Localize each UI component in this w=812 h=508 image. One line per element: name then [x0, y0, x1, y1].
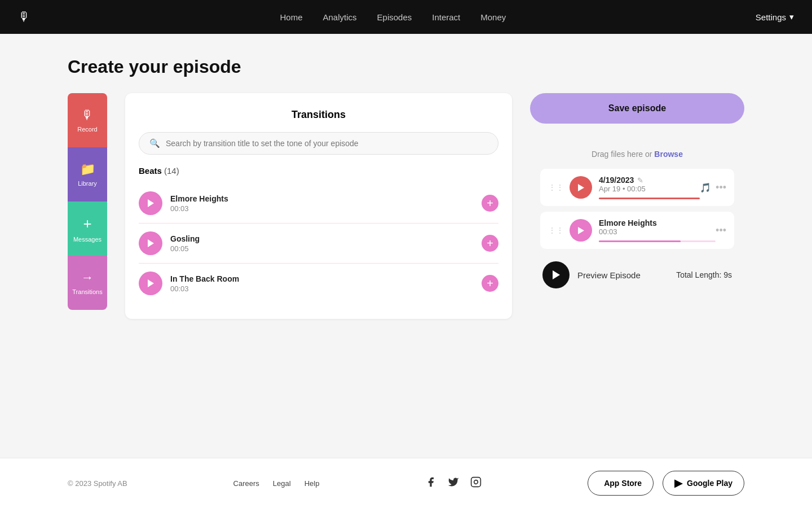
nav-links: Home Analytics Episodes Interact Money: [280, 12, 506, 22]
svg-marker-1: [148, 239, 154, 247]
transitions-title: Transitions: [139, 109, 498, 121]
facebook-icon[interactable]: [425, 476, 436, 491]
drag-handle-icon[interactable]: ⋮⋮: [548, 226, 564, 235]
total-length: Total Length: 9s: [676, 270, 732, 279]
track-info: In The Back Room 00:03: [170, 274, 474, 293]
track-item: Elmore Heights 00:03 +: [139, 183, 498, 224]
footer-social: [425, 476, 482, 491]
track-name: Gosling: [170, 234, 474, 243]
edit-icon[interactable]: ✎: [637, 176, 643, 185]
track-name: In The Back Room: [170, 274, 474, 283]
track-duration: 00:03: [170, 204, 474, 213]
beat-meta: 00:03: [599, 227, 716, 236]
sidebar-item-transitions[interactable]: → Transitions: [68, 256, 107, 310]
beat-title: Elmore Heights: [599, 218, 716, 227]
twitter-icon[interactable]: [448, 476, 459, 491]
microphone-icon: 🎙: [81, 108, 94, 122]
beat-item-info: Elmore Heights 00:03: [599, 218, 716, 242]
instagram-icon[interactable]: [470, 476, 482, 491]
recording-actions: 🎵 •••: [700, 182, 726, 194]
play-recording-button[interactable]: [570, 176, 592, 199]
transitions-panel: Transitions 🔍 Beats (14) Elmore Heights …: [125, 93, 512, 319]
track-info: Elmore Heights 00:03: [170, 194, 474, 213]
main-content: Create your episode 🎙 Record 📁 Library +…: [0, 34, 812, 458]
sidebar-label-library: Library: [78, 180, 97, 187]
add-track-button-backroom[interactable]: +: [482, 275, 498, 292]
right-panel: Save episode Drag files here or Browse ⋮…: [530, 93, 744, 319]
add-track-button-gosling[interactable]: +: [482, 235, 498, 252]
footer-link-legal[interactable]: Legal: [273, 479, 291, 488]
library-icon: 📁: [80, 162, 95, 177]
episode-content: Drag files here or Browse ⋮⋮ 4/19/2023 ✎…: [530, 133, 744, 319]
sidebar-item-library[interactable]: 📁 Library: [68, 147, 107, 202]
search-bar: 🔍: [139, 132, 498, 155]
play-button-backroom[interactable]: [139, 271, 162, 295]
track-item: Gosling 00:05 +: [139, 224, 498, 264]
episode-item-info: 4/19/2023 ✎ Apr 19 • 00:05: [599, 176, 700, 199]
track-item: In The Back Room 00:03 +: [139, 264, 498, 303]
chevron-down-icon: ▾: [789, 12, 794, 22]
nav-link-money[interactable]: Money: [480, 12, 506, 22]
nav-link-interact[interactable]: Interact: [432, 12, 460, 22]
messages-icon: +: [83, 215, 91, 233]
play-beat-button[interactable]: [570, 219, 592, 242]
sidebar-label-record: Record: [77, 126, 97, 133]
nav-link-analytics[interactable]: Analytics: [323, 12, 357, 22]
track-duration: 00:03: [170, 284, 474, 293]
sidebar-label-messages: Messages: [73, 236, 102, 243]
play-button-elmore[interactable]: [139, 191, 162, 215]
track-name: Elmore Heights: [170, 194, 474, 203]
footer: © 2023 Spotify AB Careers Legal Help App…: [0, 458, 812, 508]
svg-marker-2: [148, 279, 154, 287]
play-button-gosling[interactable]: [139, 231, 162, 255]
footer-copyright: © 2023 Spotify AB: [68, 479, 127, 488]
google-play-button[interactable]: ▶ Google Play: [663, 471, 744, 496]
navbar: 🎙 Home Analytics Episodes Interact Money…: [0, 0, 812, 34]
browse-link[interactable]: Browse: [654, 150, 683, 159]
track-duration: 00:05: [170, 244, 474, 253]
recording-title: 4/19/2023: [599, 176, 634, 185]
preview-play-button[interactable]: [542, 261, 570, 288]
sidebar-label-transitions: Transitions: [72, 288, 102, 295]
settings-button[interactable]: Settings ▾: [756, 12, 794, 22]
sidebar-item-record[interactable]: 🎙 Record: [68, 93, 107, 147]
drag-handle-icon[interactable]: ⋮⋮: [548, 183, 564, 192]
add-track-button-elmore[interactable]: +: [482, 195, 498, 212]
music-note-icon: 🎵: [700, 182, 711, 193]
footer-links: Careers Legal Help: [233, 479, 320, 488]
preview-bar: Preview Episode Total Length: 9s: [540, 255, 734, 288]
transitions-icon: →: [81, 270, 94, 285]
episode-item-beat: ⋮⋮ Elmore Heights 00:03 •••: [540, 212, 734, 249]
episode-item-recording: ⋮⋮ 4/19/2023 ✎ Apr 19 • 00:05 🎵: [540, 169, 734, 206]
svg-marker-4: [578, 227, 584, 234]
drag-area: Drag files here or Browse: [540, 143, 734, 169]
more-options-icon[interactable]: •••: [716, 225, 726, 237]
recording-meta: Apr 19 • 00:05: [599, 185, 700, 193]
google-play-icon: ▶: [674, 477, 682, 489]
svg-marker-0: [148, 199, 154, 207]
recording-progress-bar: [599, 198, 700, 199]
beats-header: Beats (14): [139, 166, 498, 176]
search-icon: 🔍: [149, 138, 160, 148]
sidebar-item-messages[interactable]: + Messages: [68, 202, 107, 256]
nav-link-episodes[interactable]: Episodes: [377, 12, 412, 22]
track-info: Gosling 00:05: [170, 234, 474, 253]
beat-actions: •••: [716, 225, 726, 237]
footer-link-help[interactable]: Help: [304, 479, 320, 488]
svg-marker-5: [553, 270, 560, 279]
app-store-button[interactable]: App Store: [588, 471, 654, 496]
footer-stores: App Store ▶ Google Play: [588, 471, 744, 496]
sidebar: 🎙 Record 📁 Library + Messages → Transiti…: [68, 93, 107, 319]
search-input[interactable]: [166, 139, 488, 148]
more-options-icon[interactable]: •••: [716, 182, 726, 194]
content-area: 🎙 Record 📁 Library + Messages → Transiti…: [68, 93, 744, 319]
nav-logo: 🎙: [18, 10, 30, 24]
svg-rect-6: [471, 477, 481, 487]
preview-label: Preview Episode: [577, 270, 641, 280]
nav-link-home[interactable]: Home: [280, 12, 302, 22]
footer-link-careers[interactable]: Careers: [233, 479, 259, 488]
beats-count: (14): [164, 166, 179, 176]
beat-progress-bar: [599, 240, 716, 242]
svg-marker-3: [578, 184, 584, 191]
save-episode-button[interactable]: Save episode: [530, 93, 744, 124]
